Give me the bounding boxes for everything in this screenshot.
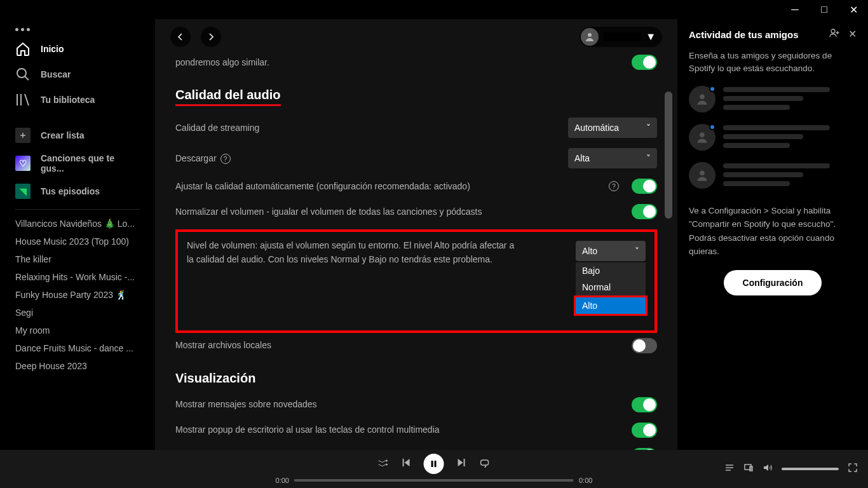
friend-placeholder	[689, 86, 857, 112]
window-maximize-button[interactable]: □	[810, 0, 839, 19]
next-button[interactable]	[457, 458, 467, 470]
bookmark-icon: ◥	[15, 184, 31, 199]
app-menu-button[interactable]	[5, 23, 150, 36]
playlist-item[interactable]: Funky House Party 2023 🕺	[5, 286, 150, 304]
section-audio-quality: Calidad del audio	[175, 88, 281, 106]
playlist-item[interactable]: Villancicos Navideños 🎄 Lo...	[5, 215, 150, 233]
playlist-item[interactable]: Relaxing Hits - Work Music -...	[5, 268, 150, 286]
add-friend-icon[interactable]	[829, 28, 839, 41]
toggle-normalize[interactable]	[632, 204, 657, 219]
playlist-item[interactable]: My room	[5, 322, 150, 339]
streaming-quality-select[interactable]: Automática˅	[568, 118, 657, 138]
nav-episodes[interactable]: ◥ Tus episodios	[5, 179, 150, 204]
nav-library[interactable]: Tu biblioteca	[5, 87, 150, 112]
user-menu-button[interactable]: ▼	[580, 27, 662, 47]
library-icon	[15, 92, 31, 107]
nav-liked-songs[interactable]: ♡ Canciones que te gus...	[5, 148, 150, 179]
sidebar: Inicio Buscar Tu biblioteca ＋ Crear list…	[0, 19, 155, 450]
window-close-button[interactable]: ✕	[839, 0, 868, 19]
setting-text: pondremos algo similar.	[175, 56, 619, 69]
nav-create-playlist[interactable]: ＋ Crear lista	[5, 123, 150, 148]
download-quality-label: Descargar?	[175, 152, 555, 165]
plus-icon: ＋	[15, 128, 31, 143]
playlist-item[interactable]: House Music 2023 (Top 100)	[5, 233, 150, 250]
help-icon[interactable]: ?	[609, 181, 619, 191]
chevron-down-icon: ˅	[646, 123, 651, 133]
nav-home[interactable]: Inicio	[5, 36, 150, 62]
scrollbar[interactable]	[665, 92, 672, 219]
chevron-down-icon: ˅	[635, 246, 639, 256]
friends-activity-panel: Actividad de tus amigos ✕ Enseña a tus a…	[677, 19, 868, 450]
time-total: 0:00	[579, 477, 592, 484]
svg-rect-7	[435, 461, 437, 467]
svg-point-3	[700, 94, 705, 99]
nav-library-label: Tu biblioteca	[41, 95, 95, 105]
svg-point-2	[831, 29, 835, 33]
nav-search-label: Buscar	[41, 69, 71, 79]
toggle-news[interactable]	[632, 397, 657, 412]
avatar-icon	[689, 162, 715, 189]
download-quality-select[interactable]: Alta˅	[568, 148, 657, 168]
shuffle-button[interactable]	[378, 458, 388, 470]
chevron-left-icon	[175, 32, 186, 42]
toggle-local-files[interactable]	[632, 338, 657, 353]
toggle-auto-quality[interactable]	[632, 179, 657, 194]
toggle-popup[interactable]	[632, 423, 657, 438]
repeat-button[interactable]	[480, 458, 490, 470]
user-avatar-icon	[581, 28, 599, 46]
nav-forward-button[interactable]	[201, 27, 221, 47]
window-minimize-button[interactable]: ─	[780, 0, 810, 19]
news-label: Mostrar mensajes sobre novedades	[175, 398, 619, 411]
section-display: Visualización	[175, 371, 255, 386]
queue-button[interactable]	[724, 463, 735, 475]
nav-episodes-label: Tus episodios	[41, 186, 100, 196]
sidebar-divider	[15, 209, 140, 210]
playlist-item[interactable]: Dance Fruits Music - dance ...	[5, 339, 150, 357]
chevron-right-icon	[206, 32, 216, 42]
svg-point-0	[17, 69, 26, 78]
playlist-item[interactable]: Segi	[5, 304, 150, 322]
devices-button[interactable]	[743, 463, 754, 475]
volume-button[interactable]	[763, 463, 773, 475]
local-files-label: Mostrar archivos locales	[175, 339, 619, 352]
avatar-icon	[689, 124, 715, 151]
nav-create-label: Crear lista	[41, 130, 84, 140]
volume-option-high[interactable]: Alto	[574, 295, 648, 316]
pause-icon	[429, 459, 439, 469]
svg-rect-8	[481, 460, 489, 465]
playlist-item[interactable]: Deep House 2023	[5, 357, 150, 375]
nav-search[interactable]: Buscar	[5, 62, 150, 87]
progress-slider[interactable]	[294, 479, 574, 482]
nav-home-label: Inicio	[41, 44, 64, 54]
volume-option-low[interactable]: Bajo	[576, 262, 646, 279]
playlist-item[interactable]: The killer	[5, 250, 150, 268]
window-titlebar: ─ □ ✕	[0, 0, 868, 19]
volume-level-select[interactable]: Alto˅	[576, 241, 646, 261]
friend-placeholder	[689, 162, 857, 189]
avatar-icon	[689, 86, 715, 112]
friends-panel-title: Actividad de tus amigos	[689, 29, 799, 40]
toggle-autoplay[interactable]	[632, 55, 657, 70]
chevron-down-icon: ▼	[646, 31, 661, 43]
svg-point-5	[700, 170, 705, 175]
svg-rect-6	[431, 461, 433, 467]
close-panel-icon[interactable]: ✕	[848, 28, 857, 41]
svg-point-1	[588, 33, 592, 37]
play-pause-button[interactable]	[424, 454, 444, 474]
nav-liked-label: Canciones que te gus...	[41, 153, 140, 173]
previous-button[interactable]	[401, 458, 411, 470]
heart-icon: ♡	[15, 156, 31, 171]
friends-panel-desc: Enseña a tus amigos y seguidores de Spot…	[689, 50, 857, 76]
main-content: ▼ pondremos algo similar. Calidad del au…	[155, 19, 677, 450]
home-icon	[15, 41, 31, 57]
help-icon[interactable]: ?	[220, 154, 231, 164]
normalize-volume-label: Normalizar el volumen - igualar el volum…	[175, 205, 619, 219]
friends-config-button[interactable]: Configuración	[724, 270, 822, 295]
friends-panel-note: Ve a Configuración > Social y habilita "…	[689, 204, 857, 259]
nav-back-button[interactable]	[170, 27, 191, 47]
fullscreen-button[interactable]	[848, 463, 858, 475]
player-bar: 0:00 0:00	[0, 450, 868, 488]
volume-option-normal[interactable]: Normal	[576, 279, 646, 295]
volume-slider[interactable]	[782, 468, 839, 470]
topbar: ▼	[155, 19, 677, 55]
